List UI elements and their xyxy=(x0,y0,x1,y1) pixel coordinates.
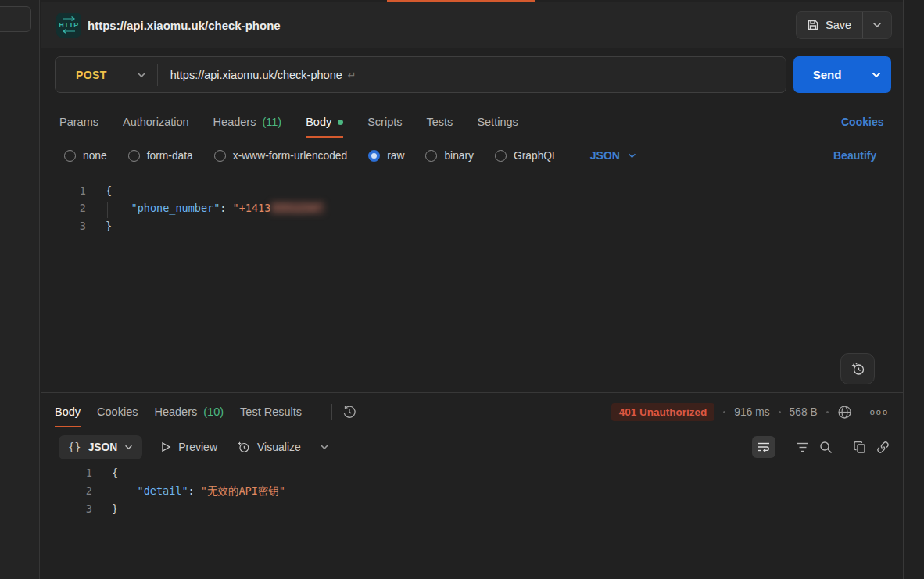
preview-label: Preview xyxy=(178,441,217,453)
tab-params[interactable]: Params xyxy=(59,105,98,138)
mode-label: binary xyxy=(444,150,474,162)
send-button[interactable]: Send xyxy=(793,56,861,93)
pane-splitter[interactable] xyxy=(41,392,903,393)
tab-label: Settings xyxy=(477,116,518,128)
separator-dot xyxy=(826,411,829,413)
toolbar-chevron[interactable] xyxy=(320,444,329,450)
visualize-label: Visualize xyxy=(257,441,301,453)
url-input[interactable]: https://api.xiaomu.uk/check-phone↵ xyxy=(170,69,356,81)
code-text: "detail": "无效的API密钥" xyxy=(92,484,285,502)
tab-scripts[interactable]: Scripts xyxy=(367,105,402,138)
request-tabs: Params Authorization Headers(11) Body Sc… xyxy=(59,105,518,138)
line-number: 3 xyxy=(41,220,86,237)
tab-headers[interactable]: Headers(11) xyxy=(213,105,282,138)
preview-button[interactable]: Preview xyxy=(161,441,217,453)
request-code-line-3[interactable]: 3 } xyxy=(41,220,901,237)
link-icon xyxy=(876,441,890,454)
response-code-line-2: 2 "detail": "无效的API密钥" xyxy=(41,484,901,502)
response-size[interactable]: 568 B xyxy=(790,406,818,418)
link-button[interactable] xyxy=(876,441,890,454)
save-button[interactable]: Save xyxy=(797,12,862,38)
response-status-row: 401 Unauthorized 916 ms 568 B ooo xyxy=(611,395,889,428)
mode-label: form-data xyxy=(147,150,193,162)
cookies-link[interactable]: Cookies xyxy=(841,105,883,138)
beautify-link[interactable]: Beautify xyxy=(833,141,876,170)
body-modified-dot xyxy=(338,120,343,125)
json-key: "phone_number" xyxy=(131,202,220,214)
code-text: { xyxy=(86,184,112,202)
line-number: 1 xyxy=(41,184,86,202)
send-options-button[interactable] xyxy=(861,56,891,93)
send-button-group: Send xyxy=(793,56,891,93)
separator-dot xyxy=(779,411,781,413)
visualize-sparkle-icon xyxy=(236,440,250,454)
line-number: 3 xyxy=(41,502,92,520)
status-divider xyxy=(861,406,861,418)
response-tab-headers[interactable]: Headers(10) xyxy=(154,395,224,428)
postbot-button[interactable] xyxy=(840,353,875,384)
copy-button[interactable] xyxy=(854,441,866,454)
response-tab-cookies[interactable]: Cookies xyxy=(97,395,138,428)
request-code-line-1[interactable]: 1 { xyxy=(41,184,901,202)
json-value-visible: "+1413 xyxy=(233,202,271,214)
json-value-redacted: 5551234" xyxy=(270,202,324,214)
response-tabs-divider xyxy=(331,404,332,420)
response-time[interactable]: 916 ms xyxy=(734,406,769,418)
mode-none[interactable]: none xyxy=(64,150,107,162)
response-tools-right xyxy=(752,436,890,458)
chevron-down-icon xyxy=(872,72,881,78)
right-panel-divider xyxy=(903,0,904,579)
chevron-down-icon xyxy=(872,22,882,28)
tab-label: Headers xyxy=(154,406,197,418)
radio-icon xyxy=(128,150,140,162)
network-info-icon[interactable] xyxy=(837,405,852,420)
separator-dot xyxy=(723,411,725,413)
language-selector[interactable]: JSON xyxy=(590,149,636,162)
sidebar-collapsed-tab[interactable] xyxy=(0,6,31,32)
tab-settings[interactable]: Settings xyxy=(477,105,518,138)
left-sidebar xyxy=(0,0,40,579)
search-button[interactable] xyxy=(819,441,833,454)
url-divider xyxy=(157,64,158,86)
response-format-selector[interactable]: {} JSON xyxy=(59,435,142,459)
tab-label: Body xyxy=(306,116,331,128)
radio-icon xyxy=(214,150,226,162)
code-text: } xyxy=(92,502,118,520)
tab-body[interactable]: Body xyxy=(306,105,343,138)
braces-icon: {} xyxy=(68,441,81,453)
language-label: JSON xyxy=(590,149,620,162)
more-options-icon[interactable]: ooo xyxy=(870,407,889,416)
mode-x-www-form-urlencoded[interactable]: x-www-form-urlencoded xyxy=(214,150,347,162)
mode-binary[interactable]: binary xyxy=(425,150,474,162)
radio-icon xyxy=(495,150,507,162)
response-tabs: Body Cookies Headers(10) Test Results xyxy=(55,395,302,428)
mode-label: raw xyxy=(387,150,404,162)
tab-label: Test Results xyxy=(240,406,302,418)
response-history-button[interactable] xyxy=(340,402,359,421)
method-selector[interactable]: POST xyxy=(56,57,157,92)
radio-icon xyxy=(64,150,76,162)
body-mode-row: none form-data x-www-form-urlencoded raw… xyxy=(64,141,636,170)
code-text: "phone_number": "+14135551234" xyxy=(86,202,324,219)
visualize-button[interactable]: Visualize xyxy=(236,440,301,454)
status-badge[interactable]: 401 Unauthorized xyxy=(611,403,715,421)
tab-tests[interactable]: Tests xyxy=(427,105,453,138)
chevron-down-icon xyxy=(124,445,133,450)
filter-button[interactable] xyxy=(797,442,809,452)
mode-label: none xyxy=(83,150,107,162)
word-wrap-button[interactable] xyxy=(752,436,775,458)
return-glyph: ↵ xyxy=(348,70,356,81)
save-options-button[interactable] xyxy=(862,12,891,38)
response-code-line-3: 3 } xyxy=(41,502,901,520)
mode-raw[interactable]: raw xyxy=(368,150,404,162)
request-code-line-2[interactable]: 2 "phone_number": "+14135551234" xyxy=(41,202,901,219)
url-value: https://api.xiaomu.uk/check-phone xyxy=(170,69,342,81)
filter-icon xyxy=(797,442,809,452)
tab-authorization[interactable]: Authorization xyxy=(123,105,189,138)
response-tab-body[interactable]: Body xyxy=(55,395,81,428)
response-tab-test-results[interactable]: Test Results xyxy=(240,395,302,428)
line-number: 2 xyxy=(41,484,92,502)
indent-guide xyxy=(107,202,108,218)
mode-form-data[interactable]: form-data xyxy=(128,150,193,162)
mode-graphql[interactable]: GraphQL xyxy=(495,150,558,162)
